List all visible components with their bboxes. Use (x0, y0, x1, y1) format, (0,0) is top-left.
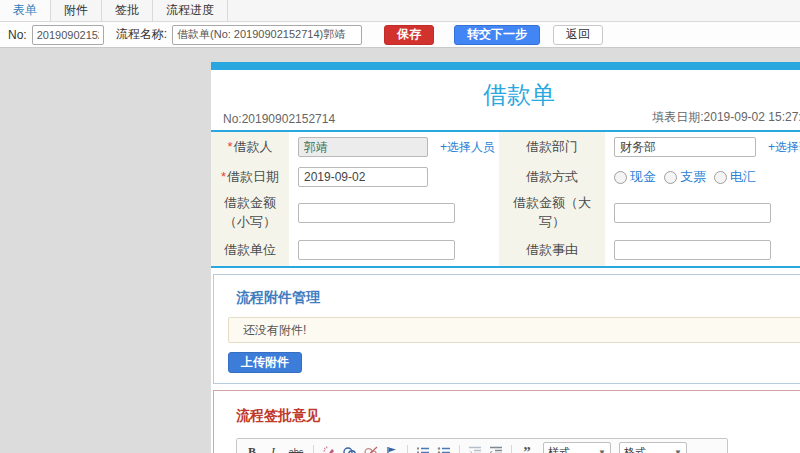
style-select[interactable]: 样式 ▼ (543, 442, 611, 453)
amount-big-label: 借款金额（大写） (499, 192, 605, 234)
borrower-label: *借款人 (211, 132, 289, 162)
amount-big-input[interactable] (614, 203, 771, 223)
no-label: No: (8, 28, 27, 42)
method-label: 借款方式 (499, 162, 605, 192)
ordered-list-icon[interactable] (415, 444, 431, 453)
anchor-flag-icon[interactable] (384, 444, 400, 453)
radio-wire-label: 电汇 (730, 168, 756, 186)
save-button[interactable]: 保存 (384, 25, 434, 45)
radio-cheque-label: 支票 (680, 168, 706, 186)
unlink-icon[interactable] (363, 444, 379, 453)
loan-date-input[interactable] (298, 167, 428, 187)
loan-date-label: *借款日期 (211, 162, 289, 192)
select-person-link[interactable]: +选择人员 (440, 139, 495, 156)
loan-unit-field (289, 234, 499, 266)
loan-date-field (289, 162, 499, 192)
amount-small-input[interactable] (298, 203, 455, 223)
select-dept-link[interactable]: +选择部门 (768, 139, 800, 156)
upload-attachment-button[interactable]: 上传附件 (228, 352, 302, 373)
bold-icon[interactable]: B (244, 444, 260, 453)
action-toolbar: No: 流程名称: 保存 转交下一步 返回 (0, 22, 800, 48)
fill-date: 填表日期:2019-09-02 15:27:14 (652, 109, 800, 126)
amount-big-field (605, 192, 800, 234)
format-select-value: 格式 (624, 445, 646, 453)
borrower-field: +选择人员 (289, 132, 499, 162)
next-step-button[interactable]: 转交下一步 (454, 25, 540, 45)
rich-text-editor: B I abc (236, 438, 728, 453)
outdent-icon[interactable] (467, 444, 483, 453)
tab-approval-label: 签批 (115, 2, 139, 19)
dept-input[interactable] (614, 137, 756, 157)
loan-form-grid: *借款人 +选择人员 借款部门 +选择部门 *借款日期 借款方式 现金 支票 电… (211, 132, 800, 268)
tab-form-label: 表单 (13, 2, 37, 19)
no-attachments-alert: 还没有附件! (228, 317, 800, 343)
radio-cash-circle[interactable] (614, 171, 627, 184)
loan-unit-input[interactable] (298, 240, 455, 260)
loan-reason-input[interactable] (614, 240, 771, 260)
bullet-list-icon[interactable] (436, 444, 452, 453)
tab-progress[interactable]: 流程进度 (153, 0, 228, 21)
loan-reason-label: 借款事由 (499, 234, 605, 266)
radio-wire-circle[interactable] (714, 171, 727, 184)
radio-cheque-circle[interactable] (664, 171, 677, 184)
dept-label: 借款部门 (499, 132, 605, 162)
borrower-input[interactable] (298, 137, 428, 157)
required-mark: * (227, 139, 232, 154)
remove-format-icon[interactable] (321, 444, 337, 453)
radio-cash-label: 现金 (630, 168, 656, 186)
attachments-section: 流程附件管理 还没有附件! 上传附件 (213, 274, 800, 384)
strikethrough-icon[interactable]: abc (286, 444, 306, 453)
toolbar-separator (407, 445, 408, 453)
amount-small-label: 借款金额（小写） (211, 192, 289, 234)
method-field: 现金 支票 电汇 (605, 162, 800, 192)
tab-attachment[interactable]: 附件 (51, 0, 102, 21)
loan-unit-label: 借款单位 (211, 234, 289, 266)
dept-field: +选择部门 (605, 132, 800, 162)
form-title: 借款单 (211, 70, 800, 108)
signoff-heading: 流程签批意见 (236, 407, 800, 425)
blockquote-icon[interactable]: ” (519, 444, 535, 453)
toolbar-separator (313, 445, 314, 453)
indent-icon[interactable] (488, 444, 504, 453)
loan-reason-field (605, 234, 800, 266)
toolbar-separator (511, 445, 512, 453)
radio-cash[interactable]: 现金 (614, 168, 656, 186)
tab-progress-label: 流程进度 (166, 2, 214, 19)
flow-name-label: 流程名称: (116, 26, 167, 43)
required-mark: * (221, 169, 226, 184)
radio-cheque[interactable]: 支票 (664, 168, 706, 186)
attachments-heading: 流程附件管理 (236, 289, 800, 307)
doc-number: No:20190902152714 (223, 112, 335, 126)
tab-attachment-label: 附件 (64, 2, 88, 19)
tab-bar: 表单 附件 签批 流程进度 (0, 0, 800, 22)
link-icon[interactable] (342, 444, 358, 453)
tab-approval[interactable]: 签批 (102, 0, 153, 21)
chevron-down-icon: ▼ (674, 448, 682, 453)
radio-wire[interactable]: 电汇 (714, 168, 756, 186)
signoff-section: 流程签批意见 B I abc (213, 390, 800, 453)
italic-icon[interactable]: I (265, 444, 281, 453)
amount-small-field (289, 192, 499, 234)
flow-name-input[interactable] (172, 25, 362, 45)
tab-form[interactable]: 表单 (0, 0, 51, 21)
no-input[interactable] (32, 25, 104, 45)
form-panel: 借款单 No:20190902152714 填表日期:2019-09-02 15… (211, 62, 800, 453)
toolbar-separator (459, 445, 460, 453)
format-select[interactable]: 格式 ▼ (619, 442, 687, 453)
form-meta-row: No:20190902152714 填表日期:2019-09-02 15:27:… (211, 108, 800, 132)
chevron-down-icon: ▼ (598, 448, 606, 453)
back-button[interactable]: 返回 (553, 25, 603, 45)
editor-toolbar: B I abc (237, 439, 727, 453)
panel-accent-bar (211, 62, 800, 70)
style-select-value: 样式 (548, 445, 570, 453)
